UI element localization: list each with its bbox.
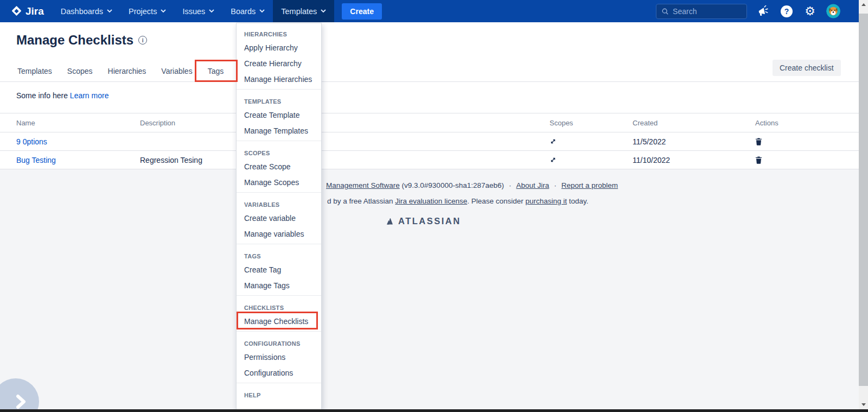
menu-separator [237,331,321,332]
tab-templates[interactable]: Templates [16,63,53,81]
menu-item-create-variable[interactable]: Create variable [237,210,321,226]
menu-item-manage-hierarchies[interactable]: Manage Hierarchies [237,71,321,87]
footer-software-link[interactable]: Management Software [326,181,400,189]
scrollbar-up-button[interactable] [859,0,868,9]
bottom-window-edge [0,409,868,412]
column-header-description: Description [140,119,550,127]
chevron-down-icon [321,9,326,13]
tab-scopes[interactable]: Scopes [66,63,94,81]
menu-item-create-scope[interactable]: Create Scope [237,159,321,174]
menu-separator [237,89,321,90]
learn-more-link[interactable]: Learn more [70,91,109,100]
menu-section-scopes: SCOPES [237,143,321,159]
info-icon[interactable] [138,36,147,45]
menu-item-manage-templates[interactable]: Manage Templates [237,123,321,138]
jira-logo-icon [11,5,22,17]
nav-item-issues[interactable]: Issues [174,0,222,22]
nav-item-dashboards[interactable]: Dashboards [53,0,120,22]
menu-separator [237,383,321,383]
menu-separator [237,192,321,193]
column-header-actions: Actions [755,119,859,127]
menu-section-help: HELP [237,385,321,401]
checklist-name-link[interactable]: Bug Testing [16,156,140,164]
trash-icon[interactable] [755,138,859,145]
tab-tags[interactable]: Tags [207,63,225,81]
nav-item-templates[interactable]: Templates [273,0,334,22]
table-header-row: Name Description Scopes Created Actions [0,113,859,132]
menu-item-apply-hierarchy[interactable]: Apply Hierarchy [237,40,321,55]
search-input[interactable] [673,7,741,16]
search-box[interactable] [656,4,747,19]
footer-dot: · [509,181,512,189]
page-title: Manage Checklists [16,33,147,48]
menu-separator [237,295,321,296]
menu-item-create-hierarchy[interactable]: Create Hierarchy [237,55,321,71]
table-row: Bug Testing Regression Tesing 11/10/2022 [0,151,859,169]
about-jira-link[interactable]: About Jira [516,181,549,189]
scrollbar-down-button[interactable] [859,400,868,409]
chevron-down-icon [259,9,265,13]
avatar-image [826,4,840,18]
avatar[interactable] [826,4,840,18]
top-navbar: Jira Dashboards Projects Issues Boards T… [0,0,859,22]
menu-section-variables: VARIABLES [237,195,321,210]
tabs-divider [0,81,859,82]
info-text: Some info here [16,91,70,100]
menu-item-create-tag[interactable]: Create Tag [237,262,321,277]
column-header-name: Name [16,119,140,127]
menu-item-manage-checklists[interactable]: Manage Checklists [237,313,321,329]
scrollbar-thumb[interactable] [859,14,868,386]
menu-section-tags: TAGS [237,246,321,262]
menu-separator [237,141,321,141]
chevron-down-icon [107,9,112,13]
menu-section-configurations: CONFIGURATIONS [237,334,321,349]
menu-section-templates: TEMPLATES [237,92,321,107]
megaphone-icon[interactable] [756,4,770,18]
jira-logo[interactable]: Jira [7,5,53,17]
footer-line2: d by a free Atlassian Jira evaluation li… [327,197,589,205]
nav-item-label: Projects [129,7,157,16]
footer-version: (v9.3.0#930000-sha1:287aeb6) [400,181,504,189]
menu-section-hierarchies: HIERARCHIES [237,24,321,40]
search-icon [662,8,668,15]
table-row: 9 0ptions 11/5/2022 [0,132,859,151]
menu-section-checklists: CHECKLISTS [237,298,321,313]
chevron-down-icon [161,9,166,13]
footer-line1: Management Software (v9.3.0#930000-sha1:… [326,181,618,189]
menu-item-manage-tags[interactable]: Manage Tags [237,277,321,293]
info-line: Some info here Learn more [16,91,108,100]
scroll-up-icon [861,3,866,6]
menu-item-manage-scopes[interactable]: Manage Scopes [237,174,321,190]
nav-item-projects[interactable]: Projects [120,0,174,22]
checklists-table: Name Description Scopes Created Actions … [0,113,859,169]
scroll-down-icon [861,403,866,406]
checklist-name-link[interactable]: 9 0ptions [16,137,140,146]
atlassian-brand: ATLASSIAN [386,216,461,226]
menu-item-create-template[interactable]: Create Template [237,107,321,123]
expand-scopes-icon[interactable] [550,156,633,163]
footer-license-text: d by a free Atlassian [327,197,395,205]
footer-license-suffix: today. [567,197,589,205]
menu-item-manage-variables[interactable]: Manage variables [237,226,321,242]
chevron-right-icon [14,394,27,409]
create-checklist-button[interactable]: Create checklist [773,60,841,76]
menu-item-permissions[interactable]: Permissions [237,349,321,365]
atlassian-wordmark: ATLASSIAN [398,216,461,226]
evaluation-license-link[interactable]: Jira evaluation license [395,197,467,205]
nav-item-boards[interactable]: Boards [222,0,273,22]
jira-logo-text: Jira [25,5,44,17]
scrollbar [859,0,868,412]
create-button[interactable]: Create [342,3,382,20]
report-problem-link[interactable]: Report a problem [561,181,618,189]
menu-separator [237,244,321,244]
templates-dropdown-menu: HIERARCHIES Apply Hierarchy Create Hiera… [236,23,322,409]
menu-item-configurations[interactable]: Configurations [237,365,321,381]
trash-icon[interactable] [755,156,859,164]
column-header-created: Created [633,119,755,127]
tab-hierarchies[interactable]: Hierarchies [107,63,148,81]
tab-variables[interactable]: Variables [160,63,193,81]
purchasing-link[interactable]: purchasing it [525,197,567,205]
gear-icon[interactable] [803,4,817,18]
expand-scopes-icon[interactable] [550,138,633,145]
help-icon[interactable] [780,4,794,18]
